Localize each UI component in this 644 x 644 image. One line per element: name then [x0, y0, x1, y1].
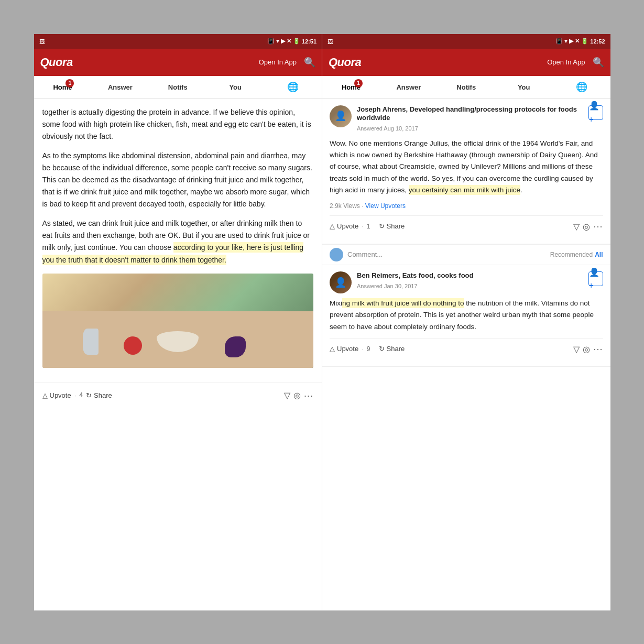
answer-2-action-bar: △ Upvote · 9 ↻ Share ▽ ◎ ···: [330, 338, 603, 360]
right-time: 12:52: [590, 38, 605, 45]
answer-1-views-line: 2.9k Views · View Upvoters: [330, 201, 603, 211]
answer-2-date: Answered Jan 30, 2017: [357, 282, 583, 291]
answer-1-view-upvoters[interactable]: View Upvoters: [365, 202, 406, 210]
right-globe-icon: 🌐: [576, 81, 587, 93]
left-status-bar: 🖼 📳 ▾ ▶ ✕ 🔋 12:51: [34, 34, 322, 49]
right-tab-you[interactable]: You: [495, 76, 553, 99]
no-sim-icon: ✕: [287, 38, 291, 45]
right-battery-icon: 🔋: [581, 38, 588, 45]
answer-2-upvote-icon: △: [330, 344, 335, 355]
left-open-in-app[interactable]: Open In App: [259, 58, 297, 66]
right-tab-home[interactable]: Home 1: [322, 76, 380, 99]
right-tab-notifs[interactable]: Notifs: [438, 76, 495, 99]
answer-2-follow-btn[interactable]: 👤+: [588, 271, 603, 286]
right-phone-panel: 🖼 📳 ▾ ▶ ✕ 🔋 12:52 Quora Open In App 🔍 Ho…: [322, 34, 610, 610]
answer-1-action-bar: △ Upvote · 1 ↻ Share ▽ ◎ ···: [330, 215, 603, 237]
vibrate-icon: 📳: [267, 38, 275, 45]
answer-1-share-icon: ↻: [379, 221, 385, 232]
answer-1-author-name[interactable]: Joseph Ahrens, Developed handling/proces…: [357, 105, 583, 123]
left-article-body: together is actually digesting the prote…: [34, 99, 322, 383]
left-quora-logo: Quora: [40, 56, 73, 69]
left-share-icon: ↻: [86, 390, 92, 401]
left-paragraph-3: As stated, we can drink fruit juice and …: [42, 217, 314, 266]
answer-1-text-highlight: you certainly can mix milk with juice: [409, 185, 520, 195]
left-article-image: [42, 274, 314, 368]
left-more-icon[interactable]: ···: [304, 388, 313, 403]
left-search-icon[interactable]: 🔍: [304, 57, 315, 68]
left-tab-you[interactable]: You: [206, 76, 264, 99]
left-upvote-count: 4: [79, 390, 83, 400]
left-tab-globe[interactable]: 🌐: [264, 76, 322, 99]
follow-person-icon: 👤+: [589, 99, 603, 126]
answer-2-downvote-icon[interactable]: ▽: [573, 343, 580, 356]
right-vibrate-icon: 📳: [555, 38, 563, 45]
answer-2-whatsapp-icon[interactable]: ◎: [583, 343, 590, 356]
left-share-btn[interactable]: ↻ Share: [86, 390, 112, 401]
left-home-badge: 1: [66, 79, 74, 88]
answer-1-views: 2.9k Views: [330, 202, 360, 210]
answer-1-downvote-icon[interactable]: ▽: [573, 220, 580, 234]
answer-2: 👤 Ben Reimers, Eats food, cooks food Ans…: [322, 265, 610, 367]
answer-1-avatar: 👤: [330, 105, 352, 127]
left-upvote-arrow-icon: △: [42, 390, 48, 401]
answer-1: 👤 Joseph Ahrens, Developed handling/proc…: [322, 99, 610, 245]
left-globe-icon: 🌐: [287, 81, 299, 93]
left-upvote-label: Upvote: [50, 390, 71, 401]
answer-2-share-icon: ↻: [379, 344, 385, 355]
answer-1-whatsapp-icon[interactable]: ◎: [583, 220, 590, 234]
answer-2-author-name[interactable]: Ben Reimers, Eats food, cooks food: [357, 271, 583, 280]
right-home-badge: 1: [354, 79, 363, 88]
comment-bar: Comment... Recommended All: [322, 244, 610, 265]
comment-avatar: [330, 248, 343, 261]
left-phone-panel: 🖼 📳 ▾ ▶ ✕ 🔋 12:51 Quora Open In App 🔍 Ho…: [34, 34, 323, 610]
right-status-left: 🖼: [328, 38, 333, 45]
recommended-label: Recommended: [550, 250, 593, 260]
left-status-right: 📳 ▾ ▶ ✕ 🔋 12:51: [267, 38, 316, 45]
right-status-bar: 🖼 📳 ▾ ▶ ✕ 🔋 12:52: [322, 34, 610, 49]
right-top-bar-right: Open In App 🔍: [547, 57, 604, 68]
comment-input[interactable]: Comment...: [347, 249, 546, 260]
answer-2-text-highlight: ng milk with fruit juice will do nothing…: [342, 298, 464, 308]
right-search-icon[interactable]: 🔍: [593, 57, 604, 68]
left-downvote-icon[interactable]: ▽: [284, 389, 290, 402]
left-tab-home[interactable]: Home 1: [34, 76, 92, 99]
left-tab-notifs[interactable]: Notifs: [149, 76, 206, 99]
right-tab-globe[interactable]: 🌐: [553, 76, 610, 99]
answer-2-upvote-btn[interactable]: △ Upvote · 9: [330, 344, 370, 355]
answer-2-upvote-count: 9: [367, 344, 370, 354]
answer-2-share-btn[interactable]: ↻ Share: [379, 344, 405, 355]
answer-1-date: Answered Aug 10, 2017: [357, 124, 583, 134]
all-link[interactable]: All: [595, 250, 603, 260]
answer-1-share-btn[interactable]: ↻ Share: [379, 221, 405, 232]
right-open-in-app[interactable]: Open In App: [547, 58, 585, 66]
left-paragraph-1: together is actually digesting the prote…: [42, 106, 314, 143]
right-top-bar: Quora Open In App 🔍: [322, 49, 610, 76]
answer-2-author-info: Ben Reimers, Eats food, cooks food Answe…: [357, 271, 583, 291]
left-status-left: 🖼: [39, 38, 45, 45]
answer-2-header: 👤 Ben Reimers, Eats food, cooks food Ans…: [330, 271, 603, 293]
left-top-bar: Quora Open In App 🔍: [34, 49, 322, 76]
answer-2-more-icon[interactable]: ···: [593, 342, 603, 357]
left-photo-icon: 🖼: [39, 38, 45, 45]
answer-1-share-label: Share: [387, 221, 405, 232]
answer-1-header: 👤 Joseph Ahrens, Developed handling/proc…: [330, 105, 603, 134]
answer-1-text-end: .: [520, 186, 522, 194]
recommended-all-btn[interactable]: Recommended All: [550, 250, 603, 260]
answer-1-upvote-icon: △: [330, 221, 335, 232]
left-paragraph-2: As to the symptoms like abdominal disten…: [42, 150, 314, 210]
right-tab-answer[interactable]: Answer: [380, 76, 438, 99]
grapes-decoration: [225, 336, 246, 357]
answer-2-upvote-label: Upvote: [337, 344, 358, 355]
left-upvote-btn[interactable]: △ Upvote · 4: [42, 390, 83, 401]
right-no-sim-icon: ✕: [575, 38, 580, 45]
answer-1-text: Wow. No one mentions Orange Julius, the …: [330, 138, 603, 196]
left-tab-answer[interactable]: Answer: [91, 76, 149, 99]
answer-1-upvote-btn[interactable]: △ Upvote · 1: [330, 221, 370, 232]
answer-1-more-icon[interactable]: ···: [593, 219, 603, 234]
left-content: together is actually digesting the prote…: [34, 99, 322, 610]
answer-1-follow-btn[interactable]: 👤+: [588, 105, 603, 120]
answer-2-text: Mixing milk with fruit juice will do not…: [330, 298, 603, 333]
left-whatsapp-icon[interactable]: ◎: [293, 389, 301, 402]
right-quora-logo: Quora: [329, 56, 361, 69]
apple-decoration: [124, 336, 142, 355]
